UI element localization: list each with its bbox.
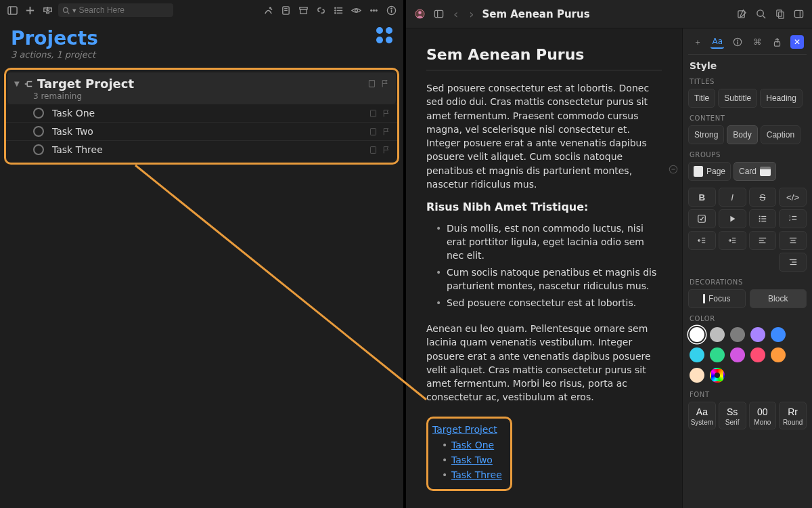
inspector-tab-shortcuts-icon[interactable]: ⌘ [750,35,764,49]
color-swatch[interactable] [730,327,745,342]
color-swatch[interactable] [710,327,725,342]
search-doc-icon[interactable] [754,7,767,21]
heading-style-button[interactable]: Heading [760,89,803,108]
archive-icon[interactable] [296,3,310,17]
flag-icon[interactable] [382,127,390,136]
copy-icon[interactable] [773,7,786,21]
color-swatch[interactable] [710,368,725,383]
inspector-tab-style-icon[interactable]: Aa [710,35,724,49]
collapse-handle-icon[interactable] [669,164,678,177]
checkbox-button[interactable] [688,209,716,228]
list-icon[interactable] [332,3,345,17]
play-button[interactable] [719,209,746,228]
search-input[interactable] [79,5,169,15]
title-style-button[interactable]: Title [688,89,715,108]
color-swatch[interactable] [750,347,765,362]
task-row[interactable]: Task Three [6,140,397,158]
color-swatch[interactable] [690,368,704,383]
inspector-tab-close-icon[interactable]: ✕ [790,35,804,49]
note-icon[interactable] [279,3,292,17]
document-body[interactable]: Sem Aenean Purus Sed posuere consectetur… [406,28,682,508]
font-option-button[interactable]: SsSerif [719,402,746,429]
task-row[interactable]: Task Two [6,122,397,140]
task-checkbox[interactable] [33,108,44,119]
color-swatch[interactable] [730,347,745,362]
task-checkbox[interactable] [33,144,44,155]
cleanup-icon[interactable] [261,3,275,17]
strike-button[interactable]: S [749,188,777,207]
task-checkbox[interactable] [33,126,44,137]
color-swatch[interactable] [710,347,725,362]
font-option-button[interactable]: AaSystem [688,402,716,429]
link-icon[interactable] [314,3,328,17]
indent-button[interactable] [719,231,746,250]
note-indicator-icon[interactable] [367,79,376,88]
list-item: Cum sociis natoque penatibus et magnis d… [433,264,662,295]
sidebar-toggle-icon[interactable] [5,3,19,17]
align-center-button[interactable] [779,231,807,250]
search-field[interactable]: ▾ [58,3,173,17]
color-swatch[interactable] [690,327,704,342]
flag-icon[interactable] [380,79,389,88]
plus-icon[interactable] [23,3,37,17]
inspector-tab-info-icon[interactable] [731,35,744,49]
flag-icon[interactable] [382,109,390,118]
task-row[interactable]: Task One [6,104,397,122]
svg-rect-27 [370,110,376,117]
svg-point-16 [334,7,336,8]
color-swatch[interactable] [750,327,765,342]
disclosure-triangle-icon[interactable]: ▼ [14,80,22,87]
card-group-button[interactable]: Card [734,162,776,181]
avatar-icon[interactable] [413,7,426,21]
format-grid: B I S </> 12 [688,188,807,272]
project-parallel-icon [24,79,33,89]
note-indicator-icon[interactable] [369,109,378,118]
inbox-icon[interactable] [41,3,54,17]
inspector-tab-share-icon[interactable] [771,35,784,49]
overflow-icon[interactable] [367,3,380,17]
color-swatch[interactable] [771,347,786,362]
document-title: Sem Aenean Purus [426,46,662,63]
style-inspector: ＋ Aa ⌘ ✕ Style TITLES Title Subtitle Hea… [682,28,812,508]
caption-style-button[interactable]: Caption [761,125,800,144]
align-left-button[interactable] [749,231,777,250]
color-swatch[interactable] [771,327,786,342]
info-icon[interactable] [384,3,398,17]
align-right-button[interactable] [779,253,807,272]
note-indicator-icon[interactable] [369,127,378,136]
bullet-list-button[interactable] [749,209,777,228]
panels-icon[interactable] [432,7,445,21]
project-name: Target Project [37,77,367,91]
block-decoration-button[interactable]: Block [750,289,807,308]
inspector-toggle-icon[interactable] [792,7,805,21]
section-label-decorations: DECORATIONS [690,278,807,286]
page-group-button[interactable]: Page [688,162,731,181]
focus-decoration-button[interactable]: Focus [688,289,746,308]
linked-project-link[interactable]: Target Project [432,424,497,435]
color-swatch[interactable] [690,347,704,362]
inspector-tab-add-icon[interactable]: ＋ [691,35,704,49]
font-option-button[interactable]: RrRound [779,402,807,429]
body-style-button[interactable]: Body [727,125,757,144]
outdent-button[interactable] [688,231,716,250]
flag-icon[interactable] [382,146,390,154]
bold-button[interactable]: B [688,188,716,207]
card-swatch-icon [760,167,771,176]
strong-style-button[interactable]: Strong [688,125,724,144]
nav-back-icon[interactable]: ‹ [451,7,461,21]
code-button[interactable]: </> [779,188,807,207]
linked-task-link[interactable]: Task One [451,440,494,450]
project-header-row[interactable]: ▼ Target Project 3 remaining [7,72,396,104]
svg-rect-12 [300,9,306,14]
italic-button[interactable]: I [719,188,746,207]
compose-icon[interactable] [735,7,748,21]
note-indicator-icon[interactable] [369,146,378,154]
svg-point-18 [334,12,336,14]
subtitle-style-button[interactable]: Subtitle [718,89,757,108]
nav-forward-icon[interactable]: › [466,7,476,21]
font-option-button[interactable]: 00Mono [749,402,777,429]
eye-icon[interactable] [349,3,363,17]
linked-task-link[interactable]: Task Three [451,469,502,480]
numbered-list-button[interactable]: 12 [779,209,807,228]
linked-task-link[interactable]: Task Two [451,454,493,465]
